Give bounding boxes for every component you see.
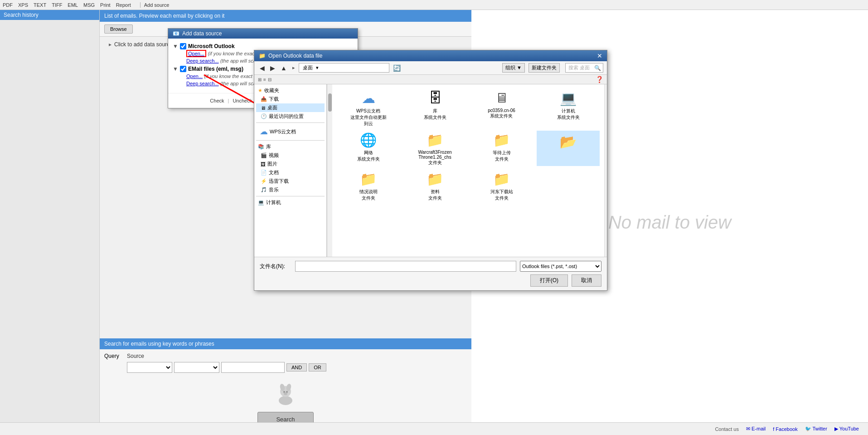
filename-label: 文件名(N): [260, 263, 291, 270]
mascot-icon [274, 380, 297, 407]
forward-button[interactable]: ▶ [268, 64, 277, 73]
uncheck-btn[interactable]: Uncheck [233, 98, 252, 103]
menu-xps[interactable]: XPS [18, 2, 28, 8]
file-selected-folder[interactable]: 📂 [537, 131, 600, 166]
up-button[interactable]: ▲ [279, 64, 289, 73]
sidebar-title: Search history [0, 10, 99, 20]
nav-computer-header[interactable]: 💻 计算机 [256, 198, 325, 207]
nav-library-header[interactable]: 📚 库 [256, 142, 325, 151]
query-text-input[interactable] [221, 362, 285, 373]
query-inputs: AND OR [104, 362, 467, 373]
email-open-link[interactable]: Open... [186, 73, 203, 79]
filename-input[interactable] [295, 261, 516, 272]
menu-msg[interactable]: MSG [83, 2, 95, 8]
nav-favorites-header[interactable]: ★ 收藏夹 [256, 86, 325, 95]
refresh-button[interactable]: 🔄 [391, 64, 402, 73]
email-link[interactable]: ✉ E-mail [746, 426, 766, 432]
path-separator: ▸ [292, 65, 295, 71]
sidebar-empty [0, 20, 99, 435]
cancel-button[interactable]: 取消 [572, 274, 601, 287]
dialog-outlook: 📁 Open Outlook data file ✕ ◀ ▶ ▲ ▸ 桌面 ▾ … [254, 50, 607, 291]
outlook-footer: 文件名(N): Outlook files (*.pst, *.ost) 打开(… [254, 257, 607, 290]
footer-buttons: 打开(O) 取消 [260, 274, 601, 287]
file-main-view: ☁ WPS云文档这里文件自动更新到云 🗄 库系统文件夹 🖥 pc0359.cn-… [332, 84, 604, 257]
file-wps-cloud[interactable]: ☁ WPS云文档这里文件自动更新到云 [337, 89, 400, 127]
files-area: ☁ WPS云文档这里文件自动更新到云 🗄 库系统文件夹 🖥 pc0359.cn-… [332, 84, 604, 257]
nav-computer: 💻 计算机 [256, 198, 325, 207]
new-folder-btn[interactable]: 新建文件夹 [529, 63, 560, 73]
nav-videos[interactable]: 🎬 视频 [256, 151, 325, 160]
source-label: Source [127, 353, 144, 359]
nav-documents[interactable]: 📄 文档 [256, 168, 325, 177]
nav-downloads[interactable]: 📥 下载 [256, 95, 325, 103]
menu-pdf[interactable]: PDF [3, 2, 13, 8]
nav-scrollbar[interactable] [327, 84, 332, 257]
organize-btn[interactable]: 组织 ▼ [502, 63, 525, 73]
file-library[interactable]: 🗄 库系统文件夹 [403, 89, 466, 127]
browse-button[interactable]: Browse [104, 24, 133, 34]
nav-music[interactable]: 🎵 音乐 [256, 186, 325, 194]
help-icon[interactable]: ❓ [596, 76, 603, 83]
file-materials[interactable]: 📁 资料文件夹 [403, 170, 466, 201]
outlook-label: Microsoft Outlook [188, 43, 235, 49]
outlook-open-link[interactable]: Open... [186, 50, 206, 57]
dialog-add-source-title: 📧 Add data source [168, 29, 358, 39]
file-situation[interactable]: 📁 情况说明文件夹 [337, 170, 400, 201]
check-btn[interactable]: Check [210, 98, 224, 103]
file-computer[interactable]: 💻 计算机系统文件夹 [537, 89, 600, 127]
search-section: Search for emails using key words or phr… [100, 338, 471, 435]
nav-images[interactable]: 🖼 图片 [256, 160, 325, 168]
dialog-close-button[interactable]: ✕ [597, 52, 602, 59]
twitter-link[interactable]: 🐦 Twitter [805, 426, 827, 432]
contact-us[interactable]: Contact us [715, 426, 739, 432]
svg-point-6 [284, 392, 287, 395]
menu-print[interactable]: Print [100, 2, 111, 8]
nav-thunder[interactable]: ⚡ 迅雷下载 [256, 177, 325, 186]
tree-collapse-email[interactable]: ▼ [173, 66, 178, 72]
filetype-select[interactable]: Outlook files (*.pst, *.ost) [520, 261, 601, 272]
menu-report[interactable]: Report [116, 2, 131, 8]
email-label: EMail files (eml, msg) [188, 66, 243, 72]
search-header: Search for emails using key words or phr… [100, 338, 471, 349]
add-source-menu[interactable]: Add source [140, 2, 170, 8]
resize-handle[interactable] [604, 84, 607, 257]
file-waiting[interactable]: 📁 等待上传文件夹 [470, 131, 533, 166]
search-icon[interactable]: 🔍 [592, 64, 603, 72]
open-button[interactable]: 打开(O) [530, 274, 568, 287]
nav-recent[interactable]: 🕐 最近访问的位置 [256, 112, 325, 121]
nav-desktop[interactable]: 🖥 桌面 [256, 103, 325, 112]
email-checkbox[interactable] [180, 66, 186, 72]
secondary-toolbar: ⊞ ≡ ⊟ ❓ [254, 75, 607, 84]
query-label: Query [104, 353, 127, 359]
svg-point-0 [279, 396, 292, 405]
file-network[interactable]: 🌐 网络系统文件夹 [337, 131, 400, 166]
outlook-body: ★ 收藏夹 📥 下载 🖥 桌面 🕐 最近访问的位置 ☁ [254, 84, 607, 257]
dialog-outlook-title: 📁 Open Outlook data file ✕ [254, 50, 607, 61]
youtube-link[interactable]: ▶ YouTube [834, 426, 859, 432]
file-warcraft[interactable]: 📁 Warcraft3FrozenThrone1.26_chs文件夹 [403, 131, 466, 166]
nav-favorites: ★ 收藏夹 📥 下载 🖥 桌面 🕐 最近访问的位置 [256, 86, 325, 121]
file-pc0359[interactable]: 🖥 pc0359.cn-06系统文件夹 [470, 89, 533, 127]
query-select-2[interactable] [174, 362, 219, 373]
menu-tiff[interactable]: TIFF [52, 2, 62, 8]
email-deep-link[interactable]: Deep search... [186, 81, 219, 86]
no-mail-text: No mail to view [608, 212, 731, 233]
email-list-header: List of emails. Preview each email by cl… [100, 10, 471, 22]
tree-collapse-outlook[interactable]: ▼ [173, 43, 178, 49]
sidebar: Search history [0, 10, 100, 435]
menu-eml[interactable]: EML [68, 2, 78, 8]
and-button[interactable]: AND [286, 363, 307, 371]
file-hedong[interactable]: 📁 河东下载站文件夹 [470, 170, 533, 201]
query-select-1[interactable] [127, 362, 172, 373]
app-footer: Contact us ✉ E-mail f Facebook 🐦 Twitter… [0, 422, 868, 435]
back-button[interactable]: ◀ [258, 64, 267, 73]
outlook-toolbar: ◀ ▶ ▲ ▸ 桌面 ▾ 🔄 组织 ▼ 新建文件夹 搜索 桌面 🔍 [254, 61, 607, 75]
nav-library: 📚 库 🎬 视频 🖼 图片 📄 文档 ⚡ 迅雷下载 [256, 142, 325, 194]
outlook-deep-link[interactable]: Deep search... [186, 58, 219, 64]
facebook-link[interactable]: f Facebook [773, 426, 797, 432]
menu-text[interactable]: TEXT [34, 2, 46, 8]
or-button[interactable]: OR [309, 363, 326, 371]
outlook-checkbox[interactable] [180, 43, 186, 49]
outlook-nav-panel: ★ 收藏夹 📥 下载 🖥 桌面 🕐 最近访问的位置 ☁ [254, 84, 327, 257]
nav-wps-cloud[interactable]: ☁ WPS云文档 [256, 125, 325, 138]
